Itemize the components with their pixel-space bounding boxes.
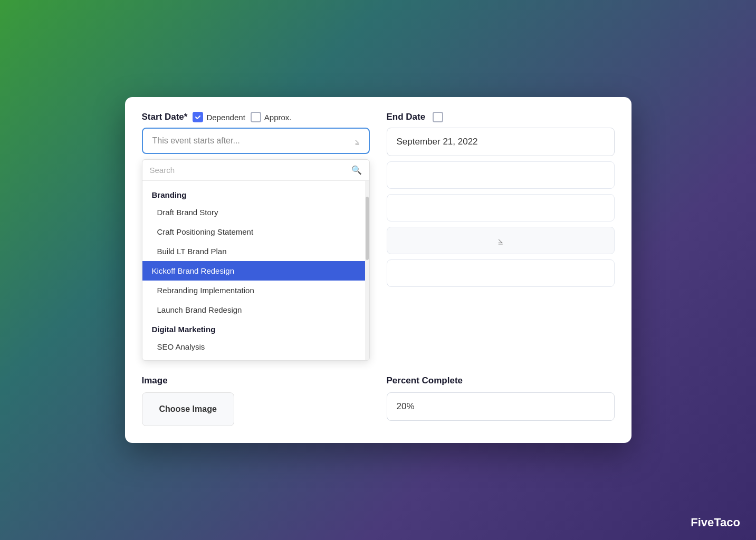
image-label: Image <box>142 375 370 386</box>
end-date-label: End Date <box>387 112 426 122</box>
modal-top-grid: Start Date* Dependent Approx. This event <box>142 112 615 361</box>
end-date-dropdown-small[interactable]: ⦥ <box>387 227 615 254</box>
list-item-rebranding-impl[interactable]: Rebranding Implementation <box>142 281 369 300</box>
approx-checkbox-wrapper[interactable]: Approx. <box>251 112 292 122</box>
search-icon: 🔍 <box>351 165 362 175</box>
list-item-build-lt-brand[interactable]: Build LT Brand Plan <box>142 242 369 261</box>
brand-name: FiveTaco <box>691 516 740 529</box>
modal-container: Start Date* Dependent Approx. This event <box>125 97 631 443</box>
end-date-value[interactable]: September 21, 2022 <box>387 128 615 156</box>
end-date-group: End Date September 21, 2022 ⦥ <box>387 112 615 361</box>
list-item-update-landing[interactable]: Update Landing Pages <box>142 356 369 360</box>
list-item-seo-analysis[interactable]: SEO Analysis <box>142 337 369 356</box>
image-group: Image Choose Image <box>142 375 370 426</box>
percent-complete-label: Percent Complete <box>387 375 615 386</box>
search-input[interactable] <box>150 166 347 175</box>
group-header-branding: Branding <box>142 185 369 202</box>
approx-label: Approx. <box>264 113 292 122</box>
start-date-dropdown-trigger[interactable]: This event starts after... ⦥ <box>142 128 370 154</box>
scrollbar-track <box>365 181 369 360</box>
dependent-label: Dependent <box>206 113 245 122</box>
dropdown-placeholder: This event starts after... <box>152 136 240 146</box>
dependent-checkbox-wrapper[interactable]: Dependent <box>193 112 245 122</box>
list-item-craft-positioning[interactable]: Craft Positioning Statement <box>142 222 369 242</box>
list-item-kickoff-brand[interactable]: Kickoff Brand Redesign <box>142 261 369 281</box>
start-date-label: Start Date* <box>142 112 188 122</box>
list-item-draft-brand-story[interactable]: Draft Brand Story <box>142 202 369 222</box>
start-date-label-row: Start Date* Dependent Approx. <box>142 112 370 122</box>
end-date-label-row: End Date <box>387 112 615 122</box>
chevron-down-icon: ⦥ <box>355 137 359 146</box>
start-date-group: Start Date* Dependent Approx. This event <box>142 112 370 361</box>
dropdown-list-container: Branding Draft Brand Story Craft Positio… <box>142 181 369 360</box>
search-row: 🔍 <box>142 160 369 181</box>
list-item-launch-brand[interactable]: Launch Brand Redesign <box>142 300 369 320</box>
end-date-empty-3 <box>387 259 615 287</box>
percent-complete-input[interactable] <box>387 392 615 421</box>
dropdown-list: Branding Draft Brand Story Craft Positio… <box>142 181 369 360</box>
scrollbar-thumb <box>366 197 369 260</box>
branding-footer: FiveTaco <box>691 516 740 529</box>
chevron-down-icon-small: ⦥ <box>498 236 503 245</box>
end-date-empty-1 <box>387 161 615 189</box>
end-date-empty-2 <box>387 194 615 221</box>
dependent-checkbox[interactable] <box>193 112 203 122</box>
end-date-checkbox[interactable] <box>433 112 443 122</box>
choose-image-button[interactable]: Choose Image <box>142 392 234 426</box>
approx-checkbox[interactable] <box>251 112 261 122</box>
dropdown-panel: 🔍 Branding Draft Brand Story Craft Posit… <box>142 159 370 361</box>
group-header-digital-marketing: Digital Marketing <box>142 320 369 337</box>
modal-bottom-grid: Image Choose Image Percent Complete <box>142 375 615 426</box>
percent-complete-group: Percent Complete <box>387 375 615 426</box>
